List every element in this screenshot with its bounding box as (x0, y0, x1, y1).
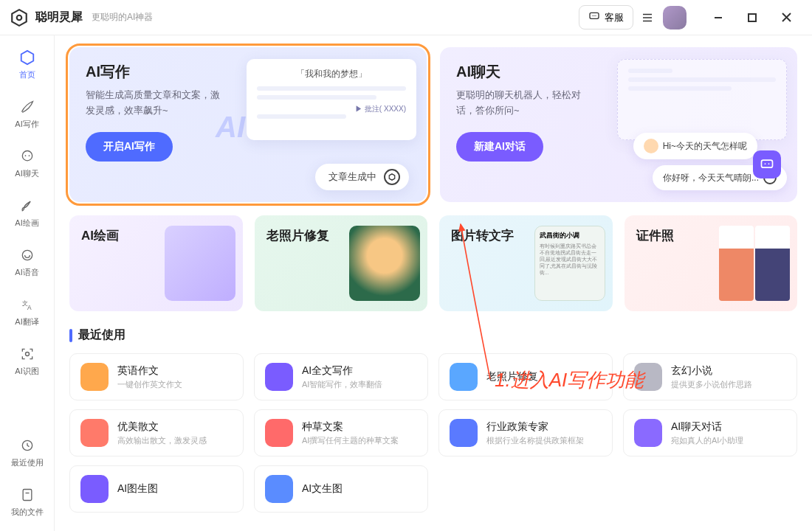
recent-item[interactable]: 优美散文 高效输出散文，激发灵感 (69, 409, 244, 457)
start-chat-button[interactable]: 新建AI对话 (456, 132, 543, 162)
recent-item-title: 优美散文 (117, 420, 207, 434)
feature-card-idphoto[interactable]: 证件照 (625, 215, 798, 311)
mock-chat-window (617, 59, 787, 140)
restore-thumbnail (349, 226, 420, 301)
svg-point-27 (768, 163, 770, 164)
recent-item-title: 种草文案 (302, 420, 399, 434)
recent-item-sub: 高效输出散文，激发灵感 (117, 435, 207, 446)
svg-marker-13 (21, 51, 33, 64)
recent-item-title: AI图生图 (117, 482, 158, 496)
recent-item[interactable]: 玄幻小说 提供更多小说创作思路 (623, 353, 797, 400)
chat-avatar-icon (644, 139, 658, 153)
recent-grid: 英语作文 一键创作英文作文 AI全文写作 AI智能写作，效率翻倍 老照片修复 玄… (69, 353, 797, 513)
sidebar-item-home[interactable]: 首页 (7, 44, 48, 85)
svg-point-4 (593, 15, 594, 16)
recent-item-sub: 一键创作英文作文 (117, 379, 182, 390)
hexagon-icon (384, 169, 400, 185)
recent-item[interactable]: AI图生图 (69, 465, 244, 513)
mic-icon (18, 246, 36, 264)
recent-item-sub: AI撰写任何主题的种草文案 (302, 435, 399, 446)
chat-bubble-icon (588, 10, 600, 24)
svg-point-14 (22, 151, 32, 161)
recent-item[interactable]: AI全文写作 AI智能写作，效率翻倍 (254, 353, 428, 400)
ocr-thumbnail: 武昌街的小调 有时候到重庆路买书总会不自觉地拐武昌街去走一回,最近发现武昌街大大… (534, 226, 605, 301)
generating-chip: 文章生成中 (315, 164, 409, 190)
svg-point-16 (28, 155, 30, 156)
recent-item-title: AI全文写作 (302, 364, 382, 378)
file-icon (18, 486, 36, 504)
hero-chat-desc: 更聪明的聊天机器人，轻松对话，答你所问~ (456, 88, 596, 119)
hero-card-write[interactable]: AI写作 智能生成高质量文章和文案，激发灵感，效率飙升~ 开启AI写作 AI 「… (69, 47, 427, 202)
recent-item-title: 老照片修复 (486, 370, 538, 384)
sidebar-item-files[interactable]: 我的文件 (7, 482, 48, 522)
app-logo: 聪明灵犀 (9, 7, 83, 28)
close-button[interactable] (769, 6, 803, 30)
svg-point-26 (765, 163, 766, 164)
scan-icon (18, 345, 36, 363)
feature-card-paint[interactable]: AI绘画 (69, 215, 243, 311)
app-logo-icon (9, 7, 30, 28)
ai-badge: AI (216, 111, 245, 144)
svg-text:A: A (27, 304, 32, 311)
svg-point-17 (22, 250, 32, 260)
recent-item-sub: 根据行业名称提供政策框架 (486, 435, 584, 446)
maximize-button[interactable] (735, 6, 769, 30)
menu-button[interactable] (639, 10, 656, 26)
recent-item[interactable]: AI文生图 (254, 465, 428, 513)
recent-item-icon (80, 475, 109, 503)
start-write-button[interactable]: 开启AI写作 (86, 132, 173, 162)
translate-icon: 文A (18, 296, 36, 313)
app-name: 聪明灵犀 (35, 10, 83, 25)
sidebar-item-ocr[interactable]: AI识图 (7, 341, 48, 381)
idphoto-thumbnail (719, 226, 790, 301)
home-icon (18, 49, 36, 66)
minimize-button[interactable] (701, 6, 735, 30)
sidebar-item-voice[interactable]: AI语音 (7, 242, 48, 282)
feature-card-ocr[interactable]: 图片转文字 武昌街的小调 有时候到重庆路买书总会不自觉地拐武昌街去走一回,最近发… (439, 215, 613, 311)
svg-point-5 (595, 15, 596, 16)
recent-heading: 最近使用 (69, 327, 797, 343)
recent-item[interactable]: 老照片修复 (438, 353, 613, 400)
kefu-button[interactable]: 客服 (579, 5, 633, 30)
sidebar: 首页 AI写作 AI聊天 AI绘画 AI语音 文A AI翻译 AI识图 (0, 35, 55, 531)
sidebar-item-chat[interactable]: AI聊天 (7, 143, 48, 184)
sidebar-item-recent[interactable]: 最近使用 (7, 432, 48, 473)
feature-card-restore[interactable]: 老照片修复 (255, 215, 428, 311)
recent-item-title: 英语作文 (117, 364, 182, 378)
mock-document: 「我和我的梦想」 ▶ 批注( XXXX) (247, 59, 416, 140)
svg-rect-22 (23, 490, 32, 501)
svg-marker-24 (389, 174, 395, 180)
recent-item[interactable]: 英语作文 一键创作英文作文 (69, 353, 244, 400)
svg-point-20 (25, 353, 29, 356)
clock-icon (18, 437, 36, 454)
svg-rect-25 (762, 160, 773, 167)
chat-icon (18, 148, 36, 165)
recent-item-icon (265, 363, 293, 391)
recent-item[interactable]: AI聊天对话 宛如真人的AI小助理 (623, 409, 797, 457)
recent-item-title: 行业政策专家 (486, 420, 584, 434)
recent-item-sub: AI智能写作，效率翻倍 (302, 379, 382, 390)
chat-bubble-user: Hi~今天的天气怎样呢 (633, 133, 757, 159)
recent-item[interactable]: 种草文案 AI撰写任何主题的种草文案 (254, 409, 428, 457)
recent-item-sub: 宛如真人的AI小助理 (671, 435, 743, 446)
hero-write-desc: 智能生成高质量文章和文案，激发灵感，效率飙升~ (86, 88, 226, 119)
sidebar-item-translate[interactable]: 文A AI翻译 (7, 291, 48, 332)
recent-item-icon (634, 363, 662, 391)
hero-write-illustration: AI 「我和我的梦想」 ▶ 批注( XXXX) 文章生成中 (239, 59, 416, 190)
float-chat-button[interactable] (753, 150, 781, 178)
hero-card-chat[interactable]: AI聊天 更聪明的聊天机器人，轻松对话，答你所问~ 新建AI对话 Hi~今天的天… (440, 47, 797, 202)
recent-item-icon (634, 419, 662, 447)
sidebar-item-paint[interactable]: AI绘画 (7, 192, 48, 233)
sidebar-item-write[interactable]: AI写作 (7, 94, 48, 134)
recent-item-icon (80, 419, 109, 447)
app-tagline: 更聪明的AI神器 (92, 11, 153, 24)
user-avatar[interactable] (663, 6, 687, 30)
svg-point-1 (17, 15, 22, 20)
recent-item-icon (450, 363, 478, 391)
recent-item-sub: 提供更多小说创作思路 (671, 379, 752, 390)
recent-item[interactable]: 行业政策专家 根据行业名称提供政策框架 (438, 409, 613, 457)
recent-item-title: 玄幻小说 (671, 364, 752, 378)
svg-marker-0 (12, 10, 27, 26)
recent-item-icon (265, 475, 293, 503)
paint-thumbnail (165, 226, 235, 301)
